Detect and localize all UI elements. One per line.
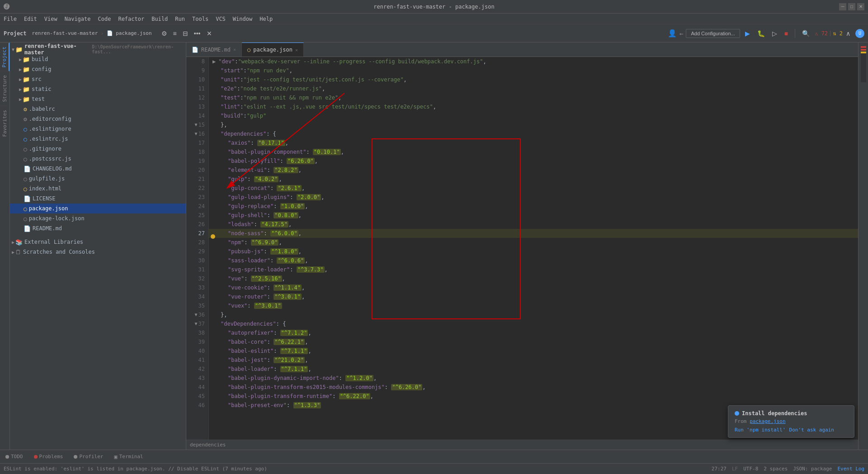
run-npm-install-action[interactable]: Run 'npm install'	[735, 427, 786, 433]
indent-status[interactable]: 2 spaces	[764, 466, 788, 472]
line-32: 32	[186, 274, 208, 283]
menu-bar: File Edit View Navigate Code Refactor Bu…	[0, 14, 868, 24]
code-line-44: "babel-plugin-transform-es2015-modules-c…	[209, 383, 858, 392]
menu-vcs[interactable]: VCS	[212, 14, 229, 24]
code-content[interactable]: ▶ "dev": "webpack-dev-server --inline --…	[209, 57, 858, 440]
line-29: 29	[186, 247, 208, 256]
fold-37[interactable]: ▼	[195, 319, 198, 328]
tree-eslintrc[interactable]: ○ .eslintrc.js	[10, 134, 186, 144]
tree-readme[interactable]: 📄 README.md	[10, 223, 186, 233]
search-everywhere-icon[interactable]: 🔍	[800, 29, 812, 38]
tree-license[interactable]: 📄 LICENSE	[10, 194, 186, 204]
fold-16[interactable]: ▼	[195, 129, 198, 138]
eslintignore-icon: ○	[24, 126, 27, 133]
line-34: 34	[186, 292, 208, 301]
tree-scratches[interactable]: ▶ 🗒 Scratches and Consoles	[10, 247, 186, 257]
todo-tab[interactable]: TODO	[0, 450, 28, 463]
tree-babelrc[interactable]: ⚙ .babelrc	[10, 104, 186, 114]
cursor-position[interactable]: 27:27	[712, 466, 726, 472]
profiler-icon	[74, 455, 77, 459]
event-log-status[interactable]: Event Log	[837, 466, 864, 472]
close-packagejson-tab[interactable]: ✕	[295, 47, 298, 52]
project-panel-tab[interactable]: Project	[0, 43, 9, 71]
expand-all-icon[interactable]: ≡	[171, 29, 179, 38]
code-line-28: "npm": "^6.9.0",	[209, 238, 858, 247]
code-editor[interactable]: 8 9 10 11 12 13 14 ▼15 ▼16 17 18 19	[186, 57, 858, 440]
tree-build[interactable]: ▶ 📁 build	[10, 54, 186, 64]
file-type-status[interactable]: JSON: package	[793, 466, 832, 472]
close-button[interactable]: ✕	[857, 3, 864, 10]
tree-eslintignore[interactable]: ○ .eslintignore	[10, 124, 186, 134]
code-line-13: "lint": "eslint --ext .js,.vue src test/…	[209, 102, 858, 111]
debug-icon[interactable]: 🐛	[755, 29, 767, 38]
tree-gulpfile[interactable]: ○ gulpfile.js	[10, 174, 186, 184]
line-38: 38	[186, 328, 208, 337]
settings-icon[interactable]: ⚙	[159, 29, 170, 38]
tree-src[interactable]: ▶ 📁 src	[10, 74, 186, 84]
tree-postcssrc[interactable]: ○ .postcssrc.js	[10, 154, 186, 164]
title-bar-controls: ─ □ ✕	[839, 3, 864, 10]
close-sidebar-icon[interactable]: ✕	[204, 29, 214, 38]
line-13: 13	[186, 102, 208, 111]
menu-view[interactable]: View	[41, 14, 61, 24]
fold-15[interactable]: ▼	[195, 120, 198, 129]
line-24: 24	[186, 202, 208, 211]
problems-tab[interactable]: Problems	[28, 450, 69, 463]
tree-test[interactable]: ▶ 📁 test	[10, 94, 186, 104]
run-with-coverage-icon[interactable]: ▷	[770, 29, 779, 38]
menu-refactor[interactable]: Refactor	[114, 14, 148, 24]
menu-tools[interactable]: Tools	[189, 14, 212, 24]
structure-panel-tab[interactable]: Structure	[0, 71, 9, 106]
terminal-tab[interactable]: ▣ Terminal	[108, 450, 148, 463]
menu-code[interactable]: Code	[94, 14, 115, 24]
menu-help[interactable]: Help	[256, 14, 276, 24]
tree-changelog[interactable]: 📄 CHANGELOG.md	[10, 164, 186, 174]
menu-file[interactable]: File	[0, 14, 20, 24]
menu-window[interactable]: Window	[229, 14, 256, 24]
tree-packagelockjson[interactable]: ○ package-lock.json	[10, 213, 186, 223]
minimize-button[interactable]: ─	[839, 3, 846, 10]
expand-errors-icon[interactable]: ∧	[844, 29, 853, 38]
line-44: 44	[186, 383, 208, 392]
tree-static[interactable]: ▶ 📁 static	[10, 84, 186, 94]
menu-run[interactable]: Run	[171, 14, 189, 24]
tree-editorconfig[interactable]: ⚙ .editorconfig	[10, 114, 186, 124]
run-icon[interactable]: ▶	[743, 29, 752, 38]
more-icon[interactable]: •••	[192, 29, 203, 38]
src-folder-icon: 📁	[23, 76, 30, 83]
tree-external-libs[interactable]: ▶ 📚 External Libraries	[10, 237, 186, 247]
tree-config[interactable]: ▶ 📁 config	[10, 64, 186, 74]
collapse-all-icon[interactable]: ⊟	[180, 29, 190, 38]
line-26: 26	[186, 220, 208, 229]
fold-36[interactable]: ▼	[195, 310, 198, 319]
tree-gitignore[interactable]: ○ .gitignore	[10, 144, 186, 154]
menu-navigate[interactable]: Navigate	[61, 14, 94, 24]
code-line-20: "element-ui": "2.8.2",	[209, 166, 858, 175]
tab-packagejson[interactable]: ○ package.json ✕	[242, 43, 304, 57]
line-9: 9	[186, 66, 208, 75]
tree-root[interactable]: ▼ 📁 renren-fast-vue-master D:\OpenSource…	[10, 44, 186, 54]
problems-icon	[34, 455, 38, 459]
notif-from-file[interactable]: package.json	[750, 418, 785, 424]
menu-build[interactable]: Build	[148, 14, 171, 24]
fold-indicator-8[interactable]: ▶	[212, 57, 216, 66]
tree-packagejson[interactable]: ○ package.json	[10, 204, 186, 213]
profiler-tab[interactable]: Profiler	[68, 450, 108, 463]
left-panel-tabs: Project Structure Favorites	[0, 43, 10, 450]
close-readme-tab[interactable]: ✕	[233, 47, 236, 52]
menu-edit[interactable]: Edit	[20, 14, 41, 24]
maximize-button[interactable]: □	[848, 3, 855, 10]
encoding-status[interactable]: UTF-8	[743, 466, 758, 472]
tree-indexhtml[interactable]: ○ index.html	[10, 184, 186, 194]
dismiss-action[interactable]: Don't ask again	[789, 427, 834, 433]
favorites-panel-tab[interactable]: Favorites	[0, 106, 9, 141]
add-configuration-button[interactable]: Add Configuration...	[686, 29, 740, 38]
stop-icon[interactable]: ■	[782, 29, 790, 38]
packagejson-label: package.json	[29, 205, 68, 212]
indexhtml-label: index.html	[29, 185, 61, 192]
packagelockjson-icon: ○	[24, 215, 27, 222]
tab-readme[interactable]: 📄 README.md ✕	[186, 43, 242, 57]
line-separator-status: LF	[732, 466, 738, 472]
code-line-12: "test": "npm run unit && npm run e2e",	[209, 93, 858, 102]
gitignore-label: .gitignore	[29, 146, 61, 152]
